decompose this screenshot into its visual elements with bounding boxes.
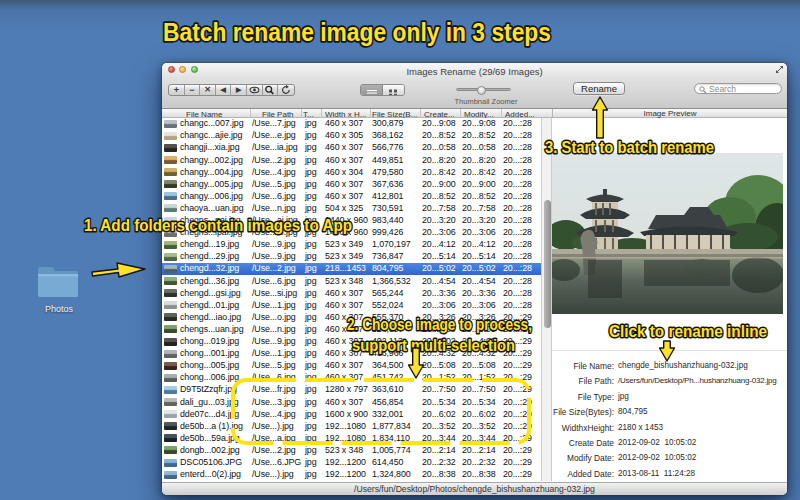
svg-text:Batch rename image only in 3 s: Batch rename image only in 3 steps [163, 18, 551, 46]
